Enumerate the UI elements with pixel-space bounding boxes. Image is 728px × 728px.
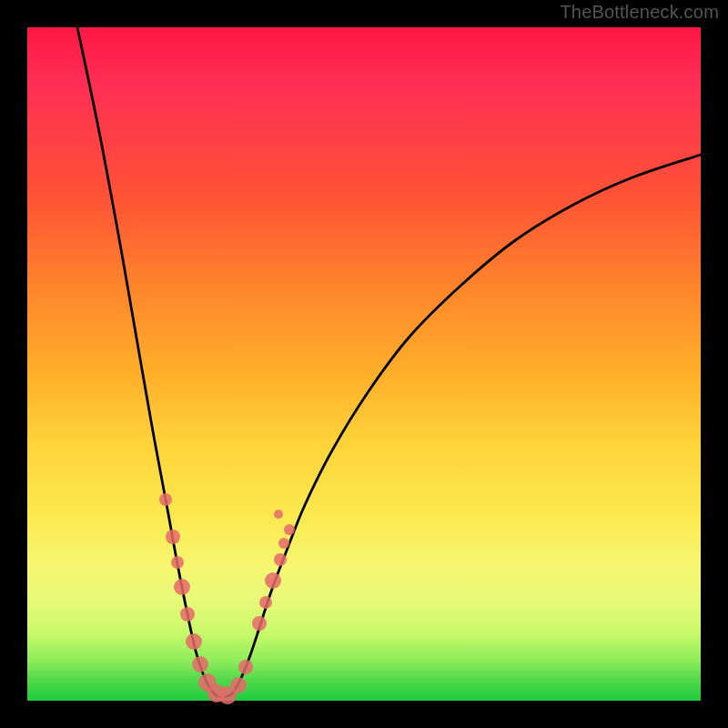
data-marker (159, 493, 172, 506)
data-marker (238, 660, 253, 674)
data-marker (230, 677, 247, 693)
data-marker (192, 656, 208, 672)
data-marker (284, 524, 295, 535)
data-marker (274, 510, 283, 519)
data-marker (265, 572, 281, 589)
data-marker (259, 596, 272, 609)
data-marker (180, 607, 195, 622)
curve-layer (27, 27, 701, 701)
watermark-text: TheBottleneck.com (560, 2, 719, 23)
data-marker (174, 579, 190, 595)
data-marker (274, 553, 287, 566)
marker-cluster (159, 493, 295, 704)
bottleneck-curve (77, 27, 701, 697)
data-marker (252, 616, 267, 631)
plot-area (27, 27, 701, 701)
data-marker (166, 530, 180, 544)
data-marker (171, 556, 184, 569)
data-marker (186, 633, 202, 650)
chart-frame: TheBottleneck.com (0, 0, 728, 728)
data-marker (278, 538, 289, 549)
